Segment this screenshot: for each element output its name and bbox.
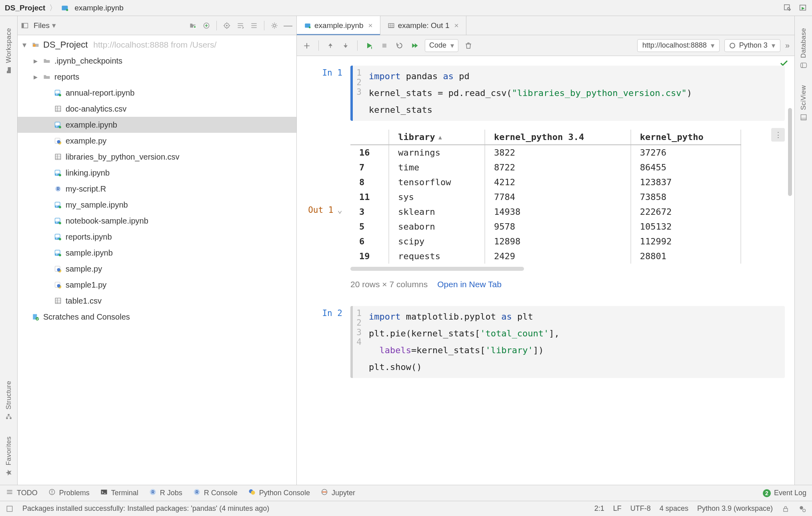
file-encoding[interactable]: UTF-8: [630, 504, 651, 513]
table-row[interactable]: 16warnings382237276: [350, 145, 741, 160]
tree-item[interactable]: IPlinking.ipynb: [18, 165, 296, 181]
tree-item[interactable]: example.py: [18, 133, 296, 149]
rail-sciview[interactable]: SciView: [800, 85, 808, 121]
column-header[interactable]: library▴: [389, 130, 485, 145]
table-row[interactable]: 3sklearn14938222672: [350, 204, 741, 219]
tree-item[interactable]: IPannual-report.ipynb: [18, 85, 296, 101]
editor-scrollbar[interactable]: [788, 108, 792, 196]
expand-icon[interactable]: [235, 20, 246, 31]
bottom-terminal[interactable]: Terminal: [100, 488, 138, 498]
add-cell-icon[interactable]: ＋: [302, 40, 312, 51]
output-menu-icon[interactable]: ⋮: [771, 128, 785, 142]
editor-tab[interactable]: example: Out 1×: [380, 16, 466, 35]
cell-type-dropdown[interactable]: Code ▾: [425, 39, 458, 52]
lock-icon[interactable]: [782, 505, 790, 513]
tree-item[interactable]: sample1.py: [18, 277, 296, 293]
bottom-python-console[interactable]: Python Console: [248, 488, 310, 498]
status-info-icon[interactable]: [6, 505, 14, 513]
scratches-node[interactable]: Scratches and Consoles: [18, 309, 296, 325]
tree-item[interactable]: Rmy-script.R: [18, 181, 296, 197]
column-header[interactable]: kernel_python 3.4: [485, 130, 631, 145]
move-down-icon[interactable]: [340, 40, 351, 51]
new-file-icon[interactable]: [188, 20, 198, 31]
tree-item[interactable]: ▸.ipynb_checkpoints: [18, 53, 296, 69]
run-all-icon[interactable]: [410, 40, 420, 51]
column-header[interactable]: [350, 130, 389, 145]
chevron-down-icon[interactable]: ⌄: [337, 205, 342, 215]
target-icon[interactable]: [222, 20, 232, 31]
chevron-right-icon[interactable]: ▸: [32, 72, 39, 82]
dataframe-shape: 20 rows × 7 columns: [350, 280, 428, 289]
code-cell-2[interactable]: In 2 1234 import matplotlib.pyplot as pl…: [306, 306, 785, 378]
breadcrumb-file[interactable]: example.ipynb: [74, 4, 124, 12]
table-row[interactable]: 7time872286455: [350, 160, 741, 175]
rail-favorites[interactable]: Favorites: [5, 436, 13, 477]
server-dropdown[interactable]: http://localhost:8888 ▾: [637, 39, 720, 52]
py-icon: [54, 264, 62, 273]
ide-settings-icon[interactable]: [798, 505, 806, 513]
tree-item[interactable]: sample.py: [18, 261, 296, 277]
rail-workspace[interactable]: Workspace: [5, 28, 13, 74]
run-dashboard-icon[interactable]: [798, 4, 807, 12]
project-tree[interactable]: ▾ DS_Project http://localhost:8888 from …: [18, 35, 296, 485]
kernel-dropdown[interactable]: Python 3 ▾: [724, 39, 780, 52]
tree-item[interactable]: ▸reports: [18, 69, 296, 85]
tree-item[interactable]: IPsample.ipynb: [18, 245, 296, 261]
table-row[interactable]: 8tensorflow4212123837: [350, 175, 741, 190]
close-icon[interactable]: ×: [368, 21, 373, 30]
breadcrumb-project[interactable]: DS_Project: [5, 4, 45, 12]
bottom-r-jobs[interactable]: RR Jobs: [149, 488, 182, 498]
notebook-body[interactable]: In 1 123 import pandas as pd kernel_stat…: [297, 56, 794, 485]
delete-cell-icon[interactable]: [463, 40, 474, 51]
table-row[interactable]: 19requests242928801: [350, 249, 741, 264]
collapse-icon[interactable]: [249, 20, 259, 31]
caret-position[interactable]: 2:1: [594, 504, 604, 513]
column-header[interactable]: kernel_pytho: [631, 130, 741, 145]
tree-item[interactable]: libraries_by_python_version.csv: [18, 149, 296, 165]
hide-icon[interactable]: —: [283, 20, 293, 31]
stop-icon[interactable]: [379, 40, 390, 51]
close-icon[interactable]: ×: [454, 21, 458, 30]
code-cell-1[interactable]: In 1 123 import pandas as pd kernel_stat…: [306, 66, 785, 121]
tree-item[interactable]: table1.csv: [18, 293, 296, 309]
editor-tab[interactable]: example.ipynb×: [297, 16, 380, 35]
chevron-right-icon[interactable]: ▸: [32, 56, 39, 66]
table-row[interactable]: 6scipy12898112992: [350, 234, 741, 249]
line-separator[interactable]: LF: [613, 504, 622, 513]
code-text[interactable]: import pandas as pd kernel_stats = pd.re…: [365, 66, 782, 121]
bottom-problems[interactable]: Problems: [48, 488, 90, 498]
tree-item[interactable]: IPreports.ipynb: [18, 229, 296, 245]
rail-structure[interactable]: Structure: [5, 381, 13, 421]
run-cell-icon[interactable]: [364, 40, 374, 51]
tree-item[interactable]: doc-analytics.csv: [18, 101, 296, 117]
bottom-todo[interactable]: TODO: [6, 488, 38, 498]
cell-out-label[interactable]: Out 1 ⌄: [306, 128, 342, 289]
open-in-new-tab-link[interactable]: Open in New Tab: [437, 280, 502, 289]
tool-icon: [248, 488, 256, 498]
tree-root[interactable]: ▾ DS_Project http://localhost:8888 from …: [18, 37, 296, 53]
toolbar-overflow-icon[interactable]: »: [785, 41, 790, 50]
code-editor[interactable]: 1234 import matplotlib.pyplot as plt plt…: [350, 306, 785, 378]
move-up-icon[interactable]: [325, 40, 336, 51]
bottom-r-console[interactable]: RR Console: [193, 488, 238, 498]
table-row[interactable]: 5seaborn9578105132: [350, 219, 741, 234]
tree-item[interactable]: IPexample.ipynb: [18, 117, 296, 133]
chevron-down-icon[interactable]: ▾: [21, 40, 28, 50]
scope-selector[interactable]: Files ▾: [32, 20, 58, 31]
tree-item[interactable]: IPmy_sample.ipynb: [18, 197, 296, 213]
dataframe-table[interactable]: library▴kernel_python 3.4kernel_pytho16w…: [350, 130, 741, 264]
table-row[interactable]: 11sys778473858: [350, 190, 741, 204]
table-h-scrollbar[interactable]: [350, 267, 524, 271]
new-folder-icon[interactable]: [201, 20, 212, 31]
code-editor[interactable]: 123 import pandas as pd kernel_stats = p…: [350, 66, 785, 121]
gear-icon[interactable]: [269, 20, 280, 31]
restart-icon[interactable]: [394, 40, 405, 51]
indent-setting[interactable]: 4 spaces: [660, 504, 688, 513]
interpreter[interactable]: Python 3.9 (workspace): [697, 504, 773, 513]
tree-item[interactable]: IPnotebook-sample.ipynb: [18, 213, 296, 229]
code-text[interactable]: import matplotlib.pyplot as plt plt.pie(…: [365, 306, 782, 378]
scratch-edit-icon[interactable]: [783, 4, 792, 12]
event-log[interactable]: 2Event Log: [763, 489, 806, 497]
bottom-jupyter[interactable]: Jupyter: [320, 488, 355, 498]
rail-database[interactable]: Database: [800, 28, 808, 69]
